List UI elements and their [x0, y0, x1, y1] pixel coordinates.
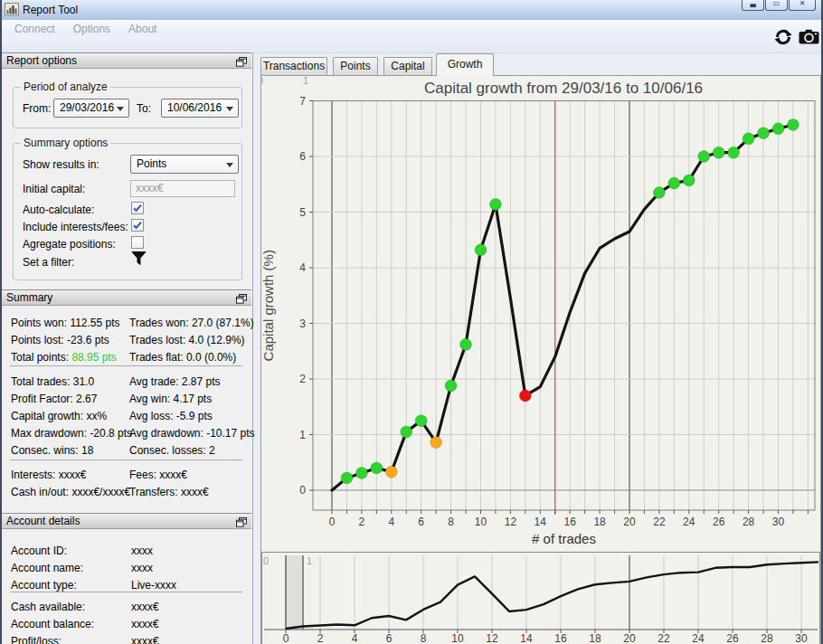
stat-row: Consec. wins: 18Consec. losses: 2	[11, 444, 246, 457]
summary-options-group: Summary options Show results in: Points …	[13, 143, 242, 280]
period-group-title: Period of analyze	[21, 80, 110, 93]
tab-capital[interactable]: Capital	[383, 57, 432, 75]
svg-text:1: 1	[307, 555, 312, 566]
menubar: ConnectOptionsAbout	[2, 20, 821, 36]
maximize-button[interactable]: ▭	[765, 0, 788, 11]
menu-options[interactable]: Options	[64, 21, 119, 37]
stat-label: Avg trade:	[129, 375, 182, 388]
svg-text:6: 6	[299, 150, 306, 163]
stat-row: Total trades: 31.0Avg trade: 2.87 pts	[11, 375, 246, 388]
separator	[10, 592, 242, 592]
show-results-select[interactable]: Points	[130, 155, 239, 174]
stat-label: Total points:	[11, 351, 71, 364]
refresh-icon[interactable]	[773, 27, 793, 51]
stat-value: -10.17 pts	[206, 427, 254, 440]
auto-calculate-label: Auto-calculate:	[23, 204, 94, 216]
svg-text:10: 10	[451, 632, 464, 644]
svg-text:22: 22	[657, 632, 670, 644]
stat-label: Avg loss:	[129, 410, 176, 422]
stat-label: Points lost:	[11, 334, 67, 346]
trade-point-green	[401, 426, 412, 438]
stat-label: Points won:	[11, 317, 70, 329]
chart-navigator[interactable]: 02468101214161820222426283001	[262, 553, 819, 644]
float-panel-icon[interactable]	[236, 293, 247, 303]
minimize-button[interactable]: ▃	[742, 0, 764, 11]
svg-text:26: 26	[713, 516, 725, 528]
float-panel-icon[interactable]	[236, 516, 247, 526]
trade-point-green	[460, 338, 472, 350]
stat-value: 27.0 (87.1%)	[192, 317, 254, 329]
svg-text:30: 30	[795, 632, 808, 644]
camera-icon[interactable]	[799, 29, 819, 48]
trade-point-green	[653, 186, 665, 198]
account-value: xxxx€	[131, 635, 159, 644]
chart-navigator-box: 02468101214161820222426283001	[261, 552, 820, 644]
svg-text:7: 7	[299, 95, 306, 108]
stat-value: -5.9 pts	[176, 410, 213, 422]
float-panel-icon[interactable]	[236, 56, 247, 66]
account-value: xxxx€	[131, 601, 159, 613]
auto-calculate-checkbox[interactable]	[131, 202, 144, 214]
svg-text:20: 20	[623, 516, 636, 528]
close-button[interactable]: ✕	[789, 0, 816, 11]
titlebar: Report Tool ▃ ▭ ✕	[0, 0, 823, 21]
svg-text:18: 18	[593, 516, 606, 528]
tab-points[interactable]: Points	[333, 57, 378, 75]
trade-point-green	[355, 467, 367, 478]
trade-point-green	[758, 128, 770, 139]
stat-row: Total points: 88.95 ptsTrades flat: 0.0 …	[11, 351, 246, 364]
stat-label: Max drawdown:	[11, 427, 90, 440]
left-dock-panel: Report options Period of analyze From: 2…	[2, 52, 253, 644]
show-results-value: Points	[137, 157, 166, 170]
include-interests-label: Include interests/fees:	[23, 221, 128, 233]
stat-label: Avg win:	[129, 393, 173, 405]
stat-row: Max drawdown: -20.8 ptsAvg drawdown: -10…	[11, 427, 246, 440]
stat-label: Capital growth:	[11, 410, 86, 422]
filter-funnel-icon[interactable]	[131, 251, 147, 270]
tab-growth[interactable]: Growth	[436, 53, 494, 76]
from-date-select[interactable]: 29/03/2016	[53, 99, 129, 118]
account-label: Account type:	[11, 579, 77, 592]
stat-label: Trades lost:	[129, 334, 189, 346]
svg-text:8: 8	[421, 632, 427, 644]
svg-text:12: 12	[505, 516, 517, 528]
period-of-analyze-group: Period of analyze From: 29/03/2016 To: 1…	[13, 87, 242, 128]
trade-point-green	[743, 133, 754, 145]
svg-text:16: 16	[554, 632, 567, 644]
account-value: xxxx	[131, 545, 153, 557]
svg-text:8: 8	[448, 516, 454, 528]
stat-label: Avg drawdown:	[129, 427, 206, 440]
menu-about[interactable]: About	[119, 21, 166, 37]
aggregate-positions-checkbox[interactable]	[131, 236, 144, 249]
tab-transactions[interactable]: Transactions	[260, 57, 327, 75]
stat-value: xxxx€/xxxx€	[71, 486, 130, 498]
to-date-select[interactable]: 10/06/2016	[161, 99, 239, 118]
svg-text:16: 16	[564, 516, 577, 528]
account-value: xxxx€	[131, 618, 159, 630]
toolbar	[2, 36, 821, 53]
navigator-selection	[286, 555, 303, 630]
stat-value: xxxx€	[181, 486, 209, 498]
stat-row: Account name:xxxx	[11, 562, 246, 574]
y-axis-label: Capital growth (%)	[261, 250, 276, 361]
stat-value: -23.6 pts	[67, 334, 109, 346]
stat-value: -20.8 pts	[90, 427, 132, 440]
trade-point-green	[341, 472, 353, 484]
initial-capital-input[interactable]: xxxx€	[130, 180, 235, 197]
include-interests-checkbox[interactable]	[131, 219, 144, 232]
chart-title: Capital growth from 29/03/16 to 10/06/16	[424, 80, 703, 97]
stat-label: Trades flat:	[129, 351, 186, 364]
trade-point-green	[445, 380, 457, 392]
stat-row: Points won: 112.55 ptsTrades won: 27.0 (…	[11, 317, 246, 329]
stat-value: 2	[209, 444, 215, 457]
stat-label: Fees:	[129, 469, 159, 481]
to-date-value: 10/06/2016	[167, 101, 222, 114]
account-label: Account ID:	[11, 545, 67, 557]
menu-connect[interactable]: Connect	[5, 21, 64, 37]
trade-point-green	[728, 147, 740, 158]
initial-capital-value: xxxx€	[136, 182, 164, 194]
aggregate-positions-label: Agregate positions:	[23, 238, 116, 251]
svg-text:1: 1	[303, 76, 308, 86]
trade-point-green	[787, 118, 799, 130]
stat-label: Cash in/out:	[11, 486, 71, 498]
